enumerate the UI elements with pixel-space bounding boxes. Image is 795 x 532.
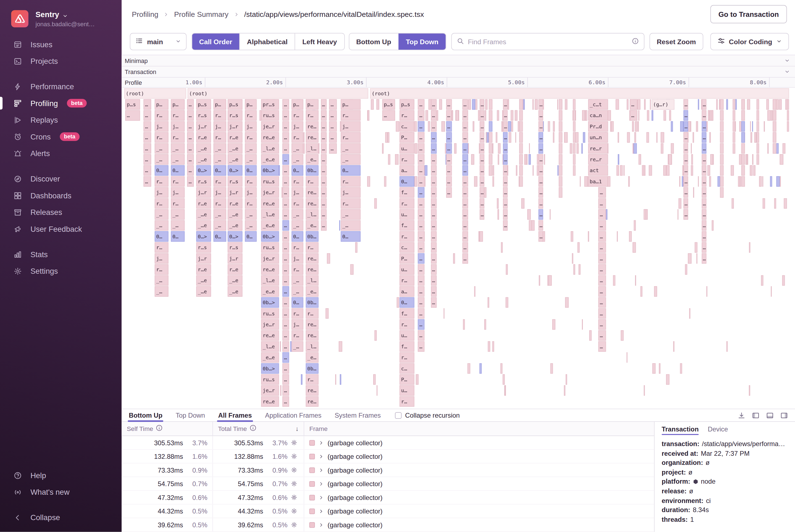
sidebar-item-user-feedback[interactable]: User Feedback	[0, 221, 122, 237]
color-coding-label: Color Coding	[729, 38, 772, 45]
chevron-right-icon[interactable]	[319, 454, 324, 459]
help-icon	[13, 471, 22, 480]
details-tab-transaction[interactable]: Transaction	[662, 422, 699, 436]
sidebar-item-performance[interactable]: Performance	[0, 78, 122, 95]
axis-tick-line	[285, 78, 286, 87]
frame-color-swatch	[309, 440, 315, 445]
sidebar-item-crons[interactable]: Cronsbeta	[0, 128, 122, 145]
sidebar-item-help[interactable]: Help	[0, 467, 122, 484]
info-icon	[156, 424, 163, 433]
minimap-section-header[interactable]: Minimap	[122, 55, 795, 66]
search-icon	[457, 37, 464, 46]
total-time-percent: 0.7%	[263, 480, 287, 488]
transaction-label: Transaction	[125, 68, 156, 75]
chevron-right-icon[interactable]	[319, 467, 324, 473]
frame-table-row[interactable]: 39.62ms0.5%39.62ms0.5%(garbage collector…	[122, 518, 654, 532]
stats-icon	[13, 250, 22, 259]
tab-all-frames[interactable]: All Frames	[217, 409, 253, 421]
thread-select[interactable]: main	[130, 33, 187, 50]
detail-value: Mar 22, 7:37 PM	[701, 450, 750, 457]
self-time-value: 47.32ms	[122, 494, 183, 501]
frame-table-row[interactable]: 305.53ms3.7%305.53ms3.7%(garbage collect…	[122, 436, 654, 450]
detail-field-duration: duration:8.34s	[662, 506, 788, 515]
panel-bottom-icon[interactable]	[766, 412, 774, 419]
sidebar-item-dashboards[interactable]: Dashboards	[0, 187, 122, 204]
tab-system-frames[interactable]: System Frames	[334, 409, 382, 421]
frame-table-row[interactable]: 132.88ms1.6%132.88ms1.6%(garbage collect…	[122, 450, 654, 463]
sidebar-item-alerts[interactable]: Alerts	[0, 145, 122, 162]
frame-table-row[interactable]: 54.75ms0.7%54.75ms0.7%(garbage collector…	[122, 477, 654, 491]
frame-column-header[interactable]: Frame	[304, 422, 654, 436]
discover-icon	[13, 174, 22, 183]
tab-bottom-up[interactable]: Bottom Up	[128, 409, 164, 421]
panel-left-icon[interactable]	[752, 412, 760, 419]
org-switcher[interactable]: Sentry jonas.badalic@sent…	[0, 0, 122, 33]
gear-icon[interactable]	[287, 480, 301, 487]
performance-icon	[13, 82, 22, 91]
breadcrumb-profiling[interactable]: Profiling	[132, 10, 158, 18]
sidebar-item-label: Projects	[31, 57, 58, 65]
sidebar-item-profiling[interactable]: Profilingbeta	[0, 95, 122, 112]
axis-tick-line	[769, 78, 770, 87]
chevron-right-icon[interactable]	[319, 495, 324, 500]
sort-option-call-order[interactable]: Call Order	[192, 34, 239, 50]
chevron-right-icon[interactable]	[319, 508, 324, 514]
sidebar-item-settings[interactable]: Settings	[0, 263, 122, 280]
frame-table-row[interactable]: 44.32ms0.5%44.32ms0.5%(garbage collector…	[122, 505, 654, 518]
total-time-value: 54.75ms	[213, 480, 263, 488]
self-time-column-header[interactable]: Self Time	[122, 422, 213, 436]
frame-table-row[interactable]: 73.33ms0.9%73.33ms0.9%(garbage collector…	[122, 463, 654, 477]
chevron-right-icon[interactable]	[319, 440, 324, 445]
sidebar-item-replays[interactable]: Replays	[0, 112, 122, 129]
direction-option-top-down[interactable]: Top Down	[398, 34, 446, 50]
gear-icon[interactable]	[287, 439, 301, 446]
sentry-logo	[11, 10, 28, 27]
chevron-down-icon	[784, 58, 790, 63]
sidebar-item-stats[interactable]: Stats	[0, 246, 122, 263]
sidebar-item-issues[interactable]: Issues	[0, 36, 122, 53]
chevron-right-icon	[164, 11, 169, 17]
reset-zoom-button[interactable]: Reset Zoom	[650, 33, 703, 50]
sidebar-item-releases[interactable]: Releases	[0, 204, 122, 221]
total-time-value: 39.62ms	[213, 521, 263, 529]
self-time-percent: 0.9%	[183, 466, 207, 474]
transaction-section-header[interactable]: Transaction	[122, 66, 795, 77]
gear-icon[interactable]	[287, 467, 301, 474]
detail-field-platform: platform:node	[662, 477, 788, 487]
gear-icon[interactable]	[287, 508, 301, 515]
detail-field-release: release:ø	[662, 487, 788, 496]
details-tab-device[interactable]: Device	[708, 422, 728, 436]
sort-option-left-heavy[interactable]: Left Heavy	[295, 34, 344, 50]
breadcrumb-profile-summary[interactable]: Profile Summary	[174, 10, 228, 18]
gear-icon[interactable]	[287, 453, 301, 460]
panel-right-icon[interactable]	[780, 412, 788, 419]
flamegraph-canvas[interactable]	[122, 88, 795, 409]
frame-table-row[interactable]: 47.32ms0.6%47.32ms0.6%(garbage collector…	[122, 491, 654, 505]
self-time-percent: 3.7%	[183, 439, 207, 446]
tab-application-frames[interactable]: Application Frames	[264, 409, 323, 421]
checkbox[interactable]	[395, 412, 402, 418]
go-to-transaction-button[interactable]: Go to Transaction	[711, 5, 787, 23]
chevron-down-icon	[784, 69, 790, 75]
chevron-right-icon[interactable]	[319, 522, 324, 528]
tab-top-down[interactable]: Top Down	[175, 409, 206, 421]
search-input[interactable]	[468, 38, 628, 45]
user-feedback-icon	[13, 224, 22, 233]
download-icon[interactable]	[738, 412, 745, 419]
color-coding-button[interactable]: Color Coding	[710, 33, 789, 50]
collapse-recursion-toggle[interactable]: Collapse recursion	[395, 412, 460, 419]
frame-name: (garbage collector)	[328, 521, 383, 529]
sidebar-item-discover[interactable]: Discover	[0, 170, 122, 187]
gear-icon[interactable]	[287, 521, 301, 528]
total-time-value: 305.53ms	[213, 439, 263, 446]
chevron-right-icon[interactable]	[319, 481, 324, 487]
sidebar-item-projects[interactable]: Projects	[0, 53, 122, 70]
sidebar-item-label: Profiling	[31, 99, 58, 108]
sidebar-item-collapse[interactable]: Collapse	[0, 509, 122, 526]
sidebar-item-what-s-new[interactable]: What's new	[0, 484, 122, 500]
total-time-column-header[interactable]: Total Time ↓	[213, 422, 304, 436]
sort-option-alphabetical[interactable]: Alphabetical	[239, 34, 295, 50]
direction-option-bottom-up[interactable]: Bottom Up	[349, 34, 398, 50]
total-time-percent: 0.5%	[263, 521, 287, 529]
gear-icon[interactable]	[287, 494, 301, 501]
